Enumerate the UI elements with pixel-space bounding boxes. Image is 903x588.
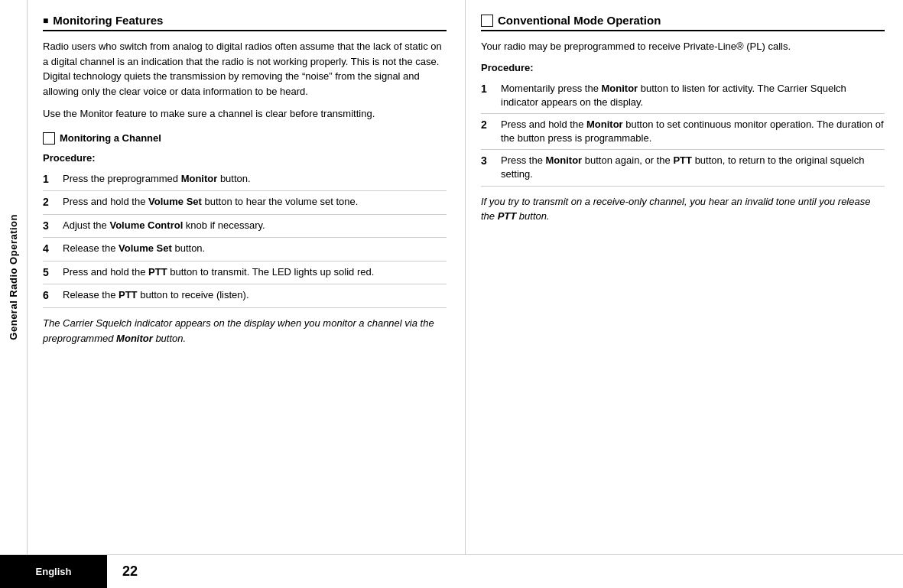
step-number: 5	[43, 265, 55, 281]
step-text: Press the preprogrammed Monitor button.	[63, 172, 447, 186]
step-number: 6	[43, 288, 55, 304]
step-item: 4 Release the Volume Set button.	[43, 238, 447, 262]
step-number: 1	[481, 82, 493, 97]
procedure-label-right: Procedure:	[481, 62, 885, 73]
step-number: 4	[43, 242, 55, 257]
step-item: 3 Press the Monitor button again, or the…	[481, 150, 885, 186]
intro-paragraph-2: Use the Monitor feature to make sure a c…	[43, 106, 447, 122]
step-text: Release the Volume Set button.	[63, 242, 447, 255]
right-column: Conventional Mode Operation Your radio m…	[466, 0, 903, 554]
steps-list-right: 1 Momentarily press the Monitor button t…	[481, 78, 885, 187]
main-heading: Monitoring Features	[43, 14, 447, 27]
footer-language: English	[0, 555, 107, 588]
step-text: Press and hold the Monitor button to set…	[501, 118, 885, 145]
right-heading-divider	[481, 30, 885, 31]
step-number: 2	[481, 118, 493, 133]
step-item: 1 Momentarily press the Monitor button t…	[481, 78, 885, 114]
step-item: 3 Adjust the Volume Control knob if nece…	[43, 215, 447, 239]
step-text: Press and hold the PTT button to transmi…	[63, 265, 447, 279]
steps-list-left: 1 Press the preprogrammed Monitor button…	[43, 168, 447, 309]
footer-page-number: 22	[107, 555, 138, 588]
sub-heading: Monitoring a Channel	[43, 132, 447, 145]
main-heading-text: Monitoring Features	[53, 14, 163, 27]
step-item: 5 Press and hold the PTT button to trans…	[43, 262, 447, 285]
footer: English 22	[0, 554, 903, 588]
right-intro: Your radio may be preprogrammed to recei…	[481, 39, 885, 54]
right-heading-icon	[481, 15, 493, 27]
sub-heading-icon	[43, 132, 55, 145]
intro-paragraph-1: Radio users who switch from analog to di…	[43, 39, 447, 99]
sidebar: General Radio Operation	[0, 0, 28, 554]
step-text: Press the Monitor button again, or the P…	[501, 154, 885, 181]
italic-note-left: The Carrier Squelch indicator appears on…	[43, 316, 447, 346]
step-item: 6 Release the PTT button to receive (lis…	[43, 284, 447, 308]
sidebar-label: General Radio Operation	[8, 214, 19, 340]
page-wrapper: General Radio Operation Monitoring Featu…	[0, 0, 903, 554]
step-text: Press and hold the Volume Set button to …	[63, 195, 447, 209]
step-number: 1	[43, 172, 55, 187]
main-content: Monitoring Features Radio users who swit…	[28, 0, 903, 554]
left-column: Monitoring Features Radio users who swit…	[28, 0, 466, 554]
italic-note-text-right: If you try to transmit on a receive-only…	[481, 196, 870, 223]
step-number: 3	[43, 219, 55, 234]
italic-note-text: The Carrier Squelch indicator appears on…	[43, 317, 434, 344]
sub-heading-text: Monitoring a Channel	[60, 132, 161, 144]
main-heading-divider	[43, 30, 447, 31]
step-text: Release the PTT button to receive (liste…	[63, 288, 447, 302]
step-text: Adjust the Volume Control knob if necess…	[63, 219, 447, 232]
step-number: 3	[481, 154, 493, 169]
step-number: 2	[43, 195, 55, 210]
step-item: 1 Press the preprogrammed Monitor button…	[43, 168, 447, 192]
procedure-label-left: Procedure:	[43, 152, 447, 164]
right-main-heading: Conventional Mode Operation	[481, 14, 885, 27]
italic-note-right: If you try to transmit on a receive-only…	[481, 194, 885, 224]
step-item: 2 Press and hold the Monitor button to s…	[481, 114, 885, 150]
step-text: Momentarily press the Monitor button to …	[501, 82, 885, 109]
step-item: 2 Press and hold the Volume Set button t…	[43, 191, 447, 215]
right-heading-text: Conventional Mode Operation	[498, 14, 661, 27]
